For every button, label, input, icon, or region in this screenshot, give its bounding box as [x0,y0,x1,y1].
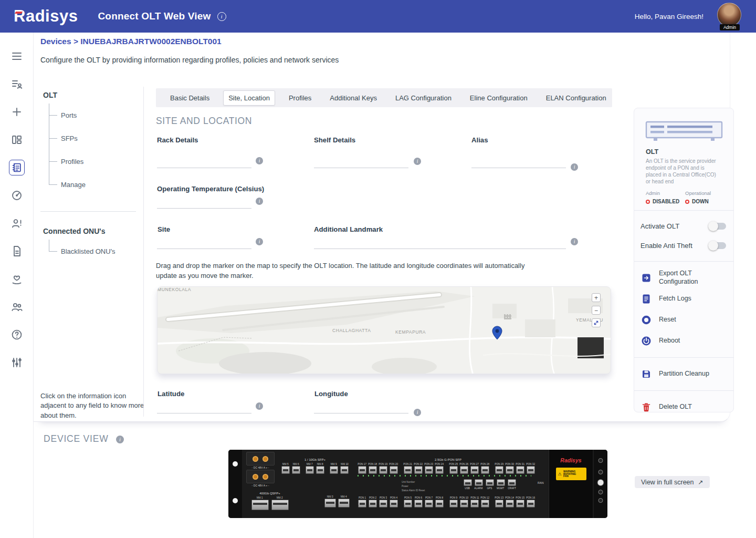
pon-port: PON 10 [459,496,469,508]
settings-sliders-icon[interactable] [9,355,25,370]
enable-anti-theft-label: Enable Anti Theft [640,242,692,250]
pon-port: PON 1 [358,496,367,508]
users-icon[interactable] [9,299,25,315]
map-zoom-in-button[interactable]: + [592,293,601,302]
map-expand-button[interactable] [592,318,601,327]
monitoring-gauge-icon[interactable] [9,188,25,203]
help-icon[interactable] [9,327,25,343]
shelf-details-info-icon[interactable] [414,158,421,165]
tree-node-olt[interactable]: OLT [43,87,145,104]
location-marker-pin[interactable] [491,326,503,343]
shelf-details-input[interactable] [314,156,408,168]
olt-configuration-icon[interactable] [9,160,25,175]
menu-icon[interactable] [9,48,25,64]
operating-temperature-input[interactable] [157,196,251,209]
disk-icon [640,368,652,380]
tree-node-child[interactable]: Manage [49,173,145,196]
tree-node-child[interactable]: Profiles [49,150,145,173]
enable-anti-theft-toggle-row[interactable]: Enable Anti Theft [640,236,727,255]
fan-module: Radisys WARNING ROTATING FAN [549,450,593,518]
reset-button[interactable]: Reset [640,309,727,330]
nni-port: NNI 3 [324,495,337,508]
power-label: - DC 48V A + - [248,484,272,488]
latitude-info-icon[interactable] [256,402,263,410]
avatar-role-badge: Admin [720,24,740,30]
pon-port: PON 9 [449,496,458,508]
alias-info-icon[interactable] [571,163,578,171]
latitude-input[interactable] [157,401,251,413]
reboot-button[interactable]: Reboot [640,330,727,351]
additional-landmark-input[interactable] [314,236,566,249]
pon-port: PON 22 [414,462,423,474]
dashboard-columns-icon[interactable] [9,132,25,148]
pon-port: PON 8 [435,496,444,508]
location-map[interactable]: CHALLAGHATTA KEMPAPURA YEMALURU MUNEKOLA… [157,286,611,374]
pon-port: PON 19 [379,462,388,474]
device-view-title: DEVICE VIEW [44,433,109,444]
pon-port: PON 18 [368,462,377,474]
olt-tree: OLT PortsSFPsProfilesManage [43,87,145,196]
operating-temperature-info-icon[interactable] [256,198,263,205]
pon-port: PON 31 [516,462,525,474]
delete-olt-button[interactable]: Delete OLT [640,397,727,418]
top-header-bar: Radisys Connect OLT Web View Hello, Pava… [0,0,756,33]
pon-port: PON 12 [480,496,490,508]
title-info-icon[interactable] [217,12,226,21]
tree-node-child[interactable]: Ports [49,104,145,127]
rack-ear-right [594,450,607,518]
longitude-info-icon[interactable] [414,409,421,416]
partition-cleanup-button[interactable]: Partition Cleanup [640,364,727,385]
breadcrumb[interactable]: Devices > INUEBAJRBAJRTW0002ENBOLT001 [40,37,222,46]
activate-olt-toggle-row[interactable]: Activate OLT [640,216,727,236]
enable-anti-theft-switch[interactable] [709,242,726,249]
export-olt-configuration-button[interactable]: Export OLT Configuration [640,267,727,288]
additional-landmark-info-icon[interactable] [571,238,578,245]
pon-port: PON 26 [459,462,469,474]
olt-illustration [640,121,727,142]
health-care-icon[interactable] [9,271,25,287]
tab[interactable]: Profiles [284,91,316,105]
tab[interactable]: Basic Details [165,91,214,105]
user-avatar[interactable]: Admin [717,3,742,30]
latitude-label: Latitude [158,390,184,398]
tab[interactable]: LAG Configuration [391,91,456,105]
status-panel-labels: Unit Number Power Status Alarm ID Reset [402,480,449,492]
rack-details-input[interactable] [157,156,251,168]
tab[interactable]: ELAN Configuration [541,91,611,105]
longitude-input[interactable] [314,401,408,413]
tab[interactable]: Site, Location [223,90,275,106]
view-fullscreen-button[interactable]: View in full screen [635,476,710,488]
utility-port: GPS [485,479,495,490]
tree-node-child[interactable]: Blacklisted ONU's [49,240,145,263]
device-list-icon[interactable] [9,76,25,92]
tab[interactable]: Eline Configuration [465,91,532,105]
site-info-icon[interactable] [256,238,263,245]
shelf-details-label: Shelf Details [314,136,355,144]
operating-temperature-label: Operating Temperature (Celsius) [157,185,264,193]
tree-node-child[interactable]: SFPs [49,127,145,150]
add-device-icon[interactable] [9,104,25,120]
alias-input[interactable] [471,156,566,168]
activate-olt-switch[interactable] [709,223,726,230]
fetch-logs-button[interactable]: Fetch Logs [640,288,727,309]
tree-node-connected-onus[interactable]: Connected ONU's [43,223,145,240]
pon-port: PON 24 [435,462,444,474]
pon-port: PON 27 [470,462,479,474]
map-hint-text: Drag and drop the marker on the map to s… [156,261,547,281]
rack-details-label: Rack Details [157,136,198,144]
alerts-person-icon[interactable] [9,215,25,231]
map-place-label: CHALLAGHATTA [332,328,371,333]
logs-document-icon[interactable] [9,243,25,259]
utility-port: MGMT [496,479,506,490]
page-subtitle: Configure the OLT by providing informati… [40,56,339,64]
config-tabbar: Basic DetailsSite, LocationProfilesAddit… [156,88,612,107]
qsfp-port: NNI 2 [270,496,289,510]
tab[interactable]: Additional Keys [325,91,382,105]
fan-label: FAN [538,481,544,484]
site-input[interactable] [157,236,251,249]
power-label: - DC 48V A + - [248,466,272,470]
device-view-info-icon[interactable] [116,436,124,443]
rack-details-info-icon[interactable] [256,157,263,164]
pon-port: PON 20 [389,462,398,474]
map-zoom-out-button[interactable]: − [592,306,601,315]
